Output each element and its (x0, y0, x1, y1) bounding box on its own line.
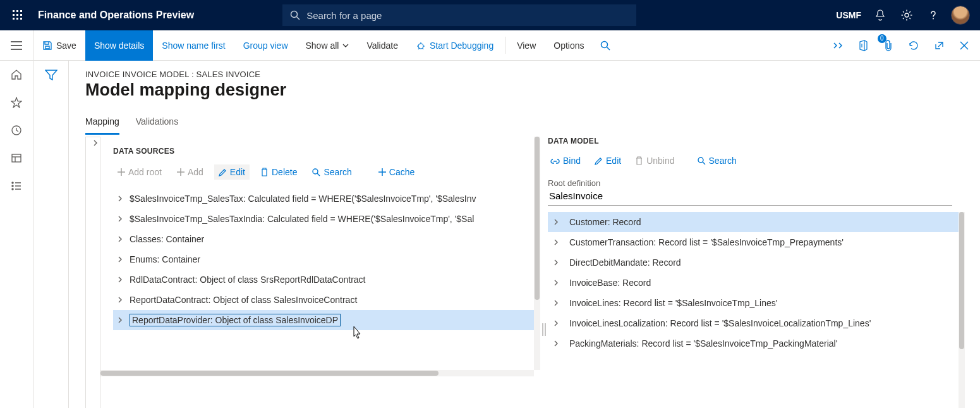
top-navbar: Finance and Operations Preview USMF (0, 0, 980, 30)
notifications-button[interactable] (868, 0, 893, 30)
pencil-icon (595, 157, 603, 165)
cmd-link-button[interactable] (826, 30, 850, 61)
validate-button[interactable]: Validate (358, 30, 407, 61)
ds-search-button[interactable]: Search (308, 164, 356, 180)
save-button[interactable]: Save (33, 30, 85, 61)
root-definition-input[interactable] (548, 188, 952, 206)
rail-favorites[interactable] (3, 89, 30, 116)
chevron-right-icon[interactable] (116, 194, 124, 203)
data-model-row[interactable]: InvoiceLinesLocalization: Record list = … (548, 313, 965, 333)
view-menu[interactable]: View (508, 30, 545, 61)
show-name-first-label: Show name first (162, 40, 225, 51)
data-model-label: DirectDebitMandate: Record (569, 257, 681, 268)
page-tabs: Mapping Validations (85, 113, 980, 134)
chevron-right-icon[interactable] (552, 339, 560, 348)
tab-validations[interactable]: Validations (136, 113, 178, 134)
dm-edit-button[interactable]: Edit (592, 153, 624, 168)
bind-button[interactable]: Bind (548, 153, 583, 168)
chevron-right-icon[interactable] (116, 275, 124, 284)
data-model-label: Customer: Record (569, 217, 641, 227)
chevron-right-icon[interactable] (552, 299, 560, 307)
data-source-row[interactable]: $SalesInvoiceTmp_SalesTaxIndia: Calculat… (113, 209, 540, 229)
chevron-right-icon[interactable] (116, 235, 124, 244)
cmd-attachments-button[interactable]: 0 (876, 30, 900, 61)
chevron-right-icon[interactable] (552, 218, 560, 226)
data-source-types-collapse[interactable] (85, 137, 100, 408)
data-source-label: RdlDataContract: Object of class SrsRepo… (130, 275, 365, 285)
tab-mapping[interactable]: Mapping (85, 113, 119, 135)
svg-point-55 (698, 158, 703, 163)
cache-button[interactable]: Cache (374, 164, 419, 180)
svg-rect-1 (16, 10, 18, 12)
cmd-close-button[interactable] (952, 30, 976, 61)
validate-label: Validate (366, 40, 398, 51)
data-model-row[interactable]: InvoiceBase: Record (548, 273, 965, 293)
data-model-label: InvoiceLinesLocalization: Record list = … (569, 318, 871, 328)
svg-line-56 (703, 162, 705, 164)
pencil-icon (219, 168, 227, 176)
group-view-button[interactable]: Group view (234, 30, 297, 61)
chevron-right-icon[interactable] (552, 258, 560, 267)
trash-icon (635, 156, 643, 165)
cmd-refresh-button[interactable] (902, 30, 926, 61)
svg-rect-2 (20, 10, 22, 12)
show-name-first-button[interactable]: Show name first (153, 30, 234, 61)
chevron-right-icon[interactable] (552, 319, 560, 328)
help-button[interactable] (921, 0, 946, 30)
chevron-right-icon[interactable] (116, 295, 124, 304)
popout-icon (934, 40, 944, 51)
cmd-office-button[interactable] (851, 30, 875, 61)
rail-workspaces[interactable] (3, 144, 30, 172)
data-source-row[interactable]: Classes: Container (113, 229, 540, 249)
data-model-label: CustomerTransaction: Record list = '$Sal… (569, 237, 844, 247)
chevron-right-icon[interactable] (116, 214, 124, 223)
data-model-row[interactable]: InvoiceLines: Record list = '$SalesInvoi… (548, 293, 965, 313)
filter-pane-toggle[interactable] (33, 61, 69, 408)
options-label: Options (554, 40, 584, 51)
rail-recent[interactable] (3, 116, 30, 144)
cmd-search-button[interactable] (593, 30, 617, 61)
dm-search-button[interactable]: Search (695, 153, 739, 168)
delete-button[interactable]: Delete (256, 164, 301, 180)
svg-point-32 (12, 189, 13, 190)
data-source-row[interactable]: ReportDataProvider: Object of class Sale… (113, 310, 540, 330)
data-model-row[interactable]: CustomerTransaction: Record list = '$Sal… (548, 232, 965, 252)
show-all-dropdown[interactable]: Show all (297, 30, 358, 61)
user-avatar[interactable] (951, 6, 970, 25)
settings-button[interactable] (894, 0, 919, 30)
ds-vertical-scrollbar[interactable] (534, 137, 540, 370)
app-launcher-button[interactable] (3, 0, 33, 30)
data-model-row[interactable]: Customer: Record (548, 212, 965, 232)
dm-vertical-scrollbar[interactable] (959, 212, 965, 408)
data-model-row[interactable]: PackingMaterials: Record list = '$SalesI… (548, 333, 965, 354)
environment-label[interactable]: USMF (831, 10, 866, 20)
global-search[interactable] (282, 4, 636, 26)
panel-splitter[interactable] (540, 137, 548, 408)
edit-button[interactable]: Edit (214, 164, 250, 180)
data-model-tree: Customer: RecordCustomerTransaction: Rec… (548, 212, 965, 408)
nav-hamburger[interactable] (0, 30, 33, 61)
chevron-right-icon[interactable] (116, 316, 124, 325)
data-source-row[interactable]: ReportDataContract: Object of class Sale… (113, 290, 540, 310)
data-source-row[interactable]: $SalesInvoiceTmp_SalesTax: Calculated fi… (113, 189, 540, 209)
data-source-row[interactable]: RdlDataContract: Object of class SrsRepo… (113, 269, 540, 290)
cmd-popout-button[interactable] (927, 30, 951, 61)
command-bar: Save Show details Show name first Group … (33, 30, 980, 61)
rail-home[interactable] (3, 61, 30, 89)
data-source-label: $SalesInvoiceTmp_SalesTaxIndia: Calculat… (130, 214, 474, 224)
svg-line-41 (607, 47, 610, 51)
show-details-button[interactable]: Show details (85, 30, 153, 61)
global-search-input[interactable] (306, 10, 629, 21)
options-menu[interactable]: Options (545, 30, 593, 61)
rail-modules[interactable] (3, 172, 30, 200)
chevron-right-icon[interactable] (552, 238, 560, 247)
unbind-button: Unbind (632, 153, 677, 168)
chevron-right-icon[interactable] (116, 255, 124, 264)
data-model-row[interactable]: DirectDebitMandate: Record (548, 252, 965, 273)
plus-icon (177, 168, 185, 176)
data-source-row[interactable]: Enums: Container (113, 249, 540, 269)
chevron-right-icon[interactable] (552, 278, 560, 287)
svg-rect-25 (12, 154, 21, 162)
ds-horizontal-scrollbar[interactable] (100, 370, 534, 376)
start-debugging-button[interactable]: Start Debugging (407, 30, 502, 61)
